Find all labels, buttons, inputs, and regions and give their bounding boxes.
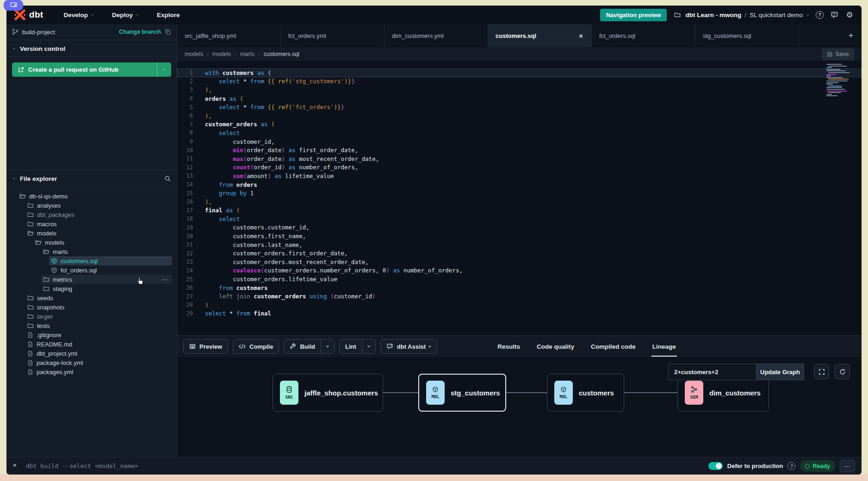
tree-row[interactable]: .gitignore (25, 330, 172, 339)
panel-tab-compiled-code[interactable]: Compiled code (590, 340, 637, 353)
help-icon[interactable]: ? (816, 11, 824, 19)
fullscreen-button[interactable] (814, 364, 829, 379)
tree-row[interactable]: README.md (25, 339, 172, 349)
menu-deploy[interactable]: Deploy (112, 12, 139, 18)
file-tree-item-models[interactable]: models (6, 238, 177, 247)
line-number: 15 (177, 190, 193, 197)
file-tree-item-tests[interactable]: tests (6, 321, 177, 330)
tree-row[interactable]: dbt_project.yml (25, 349, 172, 358)
tree-row[interactable]: models (25, 228, 172, 238)
create-pr-dropdown[interactable] (157, 62, 171, 77)
breadcrumb-item[interactable]: models (212, 51, 231, 57)
editor-tab-stg_customers.sql[interactable]: stg_customers.sql (695, 24, 799, 47)
refresh-button[interactable] (835, 364, 850, 379)
tree-row[interactable]: staging (41, 284, 172, 293)
file-tree-item-.gitignore[interactable]: .gitignore (6, 330, 177, 339)
settings-gear-icon[interactable]: ⚙ (845, 10, 854, 20)
tree-row[interactable]: analyses (25, 201, 172, 210)
breadcrumb-item[interactable]: models (185, 51, 203, 57)
file-tree-item-fct_orders.sql[interactable]: fct_orders.sql (6, 265, 177, 275)
lineage-canvas[interactable]: 2+customers+2 Update Graph SRCjaffle_sho… (177, 357, 862, 457)
tree-row[interactable]: target (25, 312, 172, 321)
breadcrumb-item[interactable]: marts (240, 51, 254, 57)
file-tree-item-package-lock.yml[interactable]: package-lock.yml (6, 358, 177, 367)
editor-tab-dim_customers.yml[interactable]: dim_customers.yml (384, 24, 488, 47)
row-menu-icon[interactable]: ⋯ (161, 276, 170, 283)
close-icon[interactable]: × (578, 32, 584, 40)
file-tree-item-db-sl-qs-demo[interactable]: db-sl-qs-demo (6, 191, 177, 201)
defer-toggle[interactable] (708, 462, 723, 470)
create-pr-main[interactable]: Create a pull request on GitHub (12, 62, 157, 77)
tree-row[interactable]: customers.sql (49, 256, 172, 265)
tree-row[interactable]: tests (25, 321, 172, 330)
save-button[interactable]: Save (822, 49, 854, 60)
file-tree-item-metrics[interactable]: metrics⋯ (6, 275, 177, 284)
panel-tab-code-quality[interactable]: Code quality (536, 340, 575, 353)
file-tree-item-dbt_project.yml[interactable]: dbt_project.yml (6, 349, 177, 358)
file-tree-item-customers.sql[interactable]: customers.sql (6, 256, 177, 265)
split-dropdown[interactable] (362, 339, 375, 353)
panel-tab-results[interactable]: Results (496, 340, 521, 353)
file-tree-item-macros[interactable]: macros (6, 219, 177, 228)
code-text: group by 1 (193, 190, 254, 197)
file-explorer-header[interactable]: File explorer (6, 170, 177, 187)
lineage-node-customers[interactable]: MDLcustomers (547, 374, 624, 412)
lineage-node-stg_customers[interactable]: MDLstg_customers (418, 374, 506, 412)
file-tree-item-seeds[interactable]: seeds (6, 293, 177, 302)
code-editor[interactable]: 1with customers as (2 select * from {{ r… (177, 61, 862, 336)
code-line: 1with customers as ( (177, 68, 862, 77)
tree-row[interactable]: metrics⋯ (41, 275, 172, 284)
editor-tab-src_jaffle_shop.yml[interactable]: src_jaffle_shop.yml (177, 24, 281, 47)
editor-tab-customers.sql[interactable]: customers.sql× (488, 24, 592, 47)
search-icon[interactable] (164, 175, 171, 182)
file-tree-item-analyses[interactable]: analyses (6, 201, 177, 210)
navigation-preview-button[interactable]: Navigation preview (600, 9, 667, 21)
file-tree-item-snapshots[interactable]: snapshots (6, 302, 177, 312)
lineage-selector-input[interactable]: 2+customers+2 (668, 364, 756, 380)
feedback-icon[interactable] (830, 11, 839, 18)
file-tree-item-dbt_packages[interactable]: dbt_packages (6, 210, 177, 219)
tree-row[interactable]: package-lock.yml (25, 358, 172, 367)
lint-button[interactable]: Lint (339, 339, 376, 354)
command-input[interactable]: dbt build --select <model_name> (26, 462, 138, 469)
tree-row[interactable]: packages.yml (25, 367, 172, 376)
tree-row[interactable]: marts (41, 247, 172, 256)
tree-row[interactable]: macros (25, 219, 172, 228)
file-tree-item-packages.yml[interactable]: packages.yml (6, 367, 177, 376)
expand-panel-caret[interactable]: ^ (13, 462, 21, 469)
tree-row[interactable]: seeds (25, 293, 172, 302)
version-control-header[interactable]: Version control (6, 40, 177, 57)
new-tab-button[interactable]: + (840, 24, 862, 47)
file-tree-item-target[interactable]: target (6, 312, 177, 321)
tree-row[interactable]: db-sl-qs-demo (18, 191, 172, 201)
split-dropdown[interactable] (321, 339, 334, 353)
file-tree-item-marts[interactable]: marts (6, 247, 177, 256)
file-tree-item-models[interactable]: models (6, 228, 177, 238)
ready-status[interactable]: Ready (800, 460, 835, 472)
change-branch-link[interactable]: Change branch (119, 29, 161, 35)
defer-help-icon[interactable]: ? (787, 462, 795, 470)
menu-explore[interactable]: Explore (157, 12, 180, 18)
lineage-node-jaffle_shop.customers[interactable]: SRCjaffle_shop.customers (273, 374, 383, 412)
minimap[interactable] (826, 64, 853, 97)
editor-tab-fct_orders.yml[interactable]: fct_orders.yml (281, 24, 384, 47)
tree-row[interactable]: fct_orders.sql (49, 265, 172, 275)
tree-row[interactable]: dbt_packages (25, 210, 172, 219)
copy-icon[interactable] (165, 29, 171, 35)
update-graph-button[interactable]: Update Graph (756, 364, 804, 380)
dbt-assist-button[interactable]: dbt Assist (380, 339, 437, 354)
more-options-button[interactable]: ⋯ (840, 460, 855, 472)
tree-row[interactable]: models (33, 238, 172, 247)
menu-develop[interactable]: Develop (63, 12, 94, 18)
file-tree-item-README.md[interactable]: README.md (6, 339, 177, 349)
editor-tab-fct_orders.sql[interactable]: fct_orders.sql (592, 24, 695, 47)
tree-row[interactable]: snapshots (25, 302, 172, 312)
chevron-down-icon (12, 47, 16, 50)
preview-button[interactable]: Preview (183, 339, 228, 354)
project-breadcrumb[interactable]: dbt Learn - mwong / SL quickstart demo (673, 12, 810, 18)
compile-button[interactable]: Compile (233, 339, 279, 354)
panel-tab-lineage[interactable]: Lineage (651, 340, 677, 353)
file-tree-item-staging[interactable]: staging (6, 284, 177, 293)
folder-icon (27, 304, 34, 310)
build-button[interactable]: Build (284, 339, 335, 354)
